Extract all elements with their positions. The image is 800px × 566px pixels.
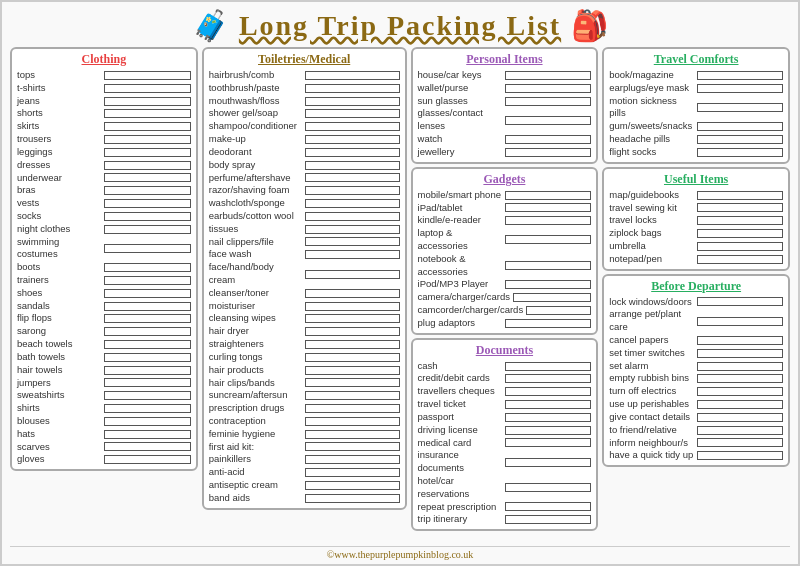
checkbox[interactable] <box>305 250 400 259</box>
checkbox[interactable] <box>104 225 190 234</box>
checkbox[interactable] <box>305 270 400 279</box>
checkbox[interactable] <box>305 161 400 170</box>
checkbox[interactable] <box>697 349 783 358</box>
checkbox[interactable] <box>697 122 783 131</box>
checkbox[interactable] <box>505 261 591 270</box>
checkbox[interactable] <box>305 468 400 477</box>
checkbox[interactable] <box>505 374 591 383</box>
checkbox[interactable] <box>513 293 591 302</box>
checkbox[interactable] <box>697 135 783 144</box>
checkbox[interactable] <box>505 191 591 200</box>
checkbox[interactable] <box>505 483 591 492</box>
checkbox[interactable] <box>697 413 783 422</box>
checkbox[interactable] <box>104 84 190 93</box>
checkbox[interactable] <box>505 71 591 80</box>
checkbox[interactable] <box>305 225 400 234</box>
checkbox[interactable] <box>104 263 190 272</box>
checkbox[interactable] <box>526 306 591 315</box>
checkbox[interactable] <box>697 362 783 371</box>
checkbox[interactable] <box>697 426 783 435</box>
checkbox[interactable] <box>697 229 783 238</box>
checkbox[interactable] <box>104 366 190 375</box>
checkbox[interactable] <box>104 122 190 131</box>
checkbox[interactable] <box>305 173 400 182</box>
checkbox[interactable] <box>305 122 400 131</box>
checkbox[interactable] <box>305 97 400 106</box>
checkbox[interactable] <box>697 438 783 447</box>
checkbox[interactable] <box>104 199 190 208</box>
checkbox[interactable] <box>305 417 400 426</box>
checkbox[interactable] <box>505 319 591 328</box>
checkbox[interactable] <box>697 374 783 383</box>
checkbox[interactable] <box>305 135 400 144</box>
checkbox[interactable] <box>104 71 190 80</box>
checkbox[interactable] <box>305 148 400 157</box>
checkbox[interactable] <box>697 451 783 460</box>
checkbox[interactable] <box>104 391 190 400</box>
checkbox[interactable] <box>305 212 400 221</box>
checkbox[interactable] <box>505 438 591 447</box>
checkbox[interactable] <box>697 203 783 212</box>
checkbox[interactable] <box>305 494 400 503</box>
checkbox[interactable] <box>305 430 400 439</box>
checkbox[interactable] <box>505 426 591 435</box>
checkbox[interactable] <box>305 378 400 387</box>
checkbox[interactable] <box>697 216 783 225</box>
checkbox[interactable] <box>505 413 591 422</box>
checkbox[interactable] <box>104 340 190 349</box>
checkbox[interactable] <box>697 297 783 306</box>
checkbox[interactable] <box>697 191 783 200</box>
checkbox[interactable] <box>104 289 190 298</box>
checkbox[interactable] <box>305 366 400 375</box>
checkbox[interactable] <box>697 71 783 80</box>
checkbox[interactable] <box>505 135 591 144</box>
checkbox[interactable] <box>697 242 783 251</box>
checkbox[interactable] <box>505 502 591 511</box>
checkbox[interactable] <box>305 442 400 451</box>
checkbox[interactable] <box>505 515 591 524</box>
checkbox[interactable] <box>104 302 190 311</box>
checkbox[interactable] <box>697 317 783 326</box>
checkbox[interactable] <box>305 302 400 311</box>
checkbox[interactable] <box>104 212 190 221</box>
checkbox[interactable] <box>104 161 190 170</box>
checkbox[interactable] <box>697 400 783 409</box>
checkbox[interactable] <box>305 353 400 362</box>
checkbox[interactable] <box>104 353 190 362</box>
checkbox[interactable] <box>104 442 190 451</box>
checkbox[interactable] <box>305 237 400 246</box>
checkbox[interactable] <box>505 116 591 125</box>
checkbox[interactable] <box>104 244 190 253</box>
checkbox[interactable] <box>697 84 783 93</box>
checkbox[interactable] <box>305 404 400 413</box>
checkbox[interactable] <box>505 362 591 371</box>
checkbox[interactable] <box>505 387 591 396</box>
checkbox[interactable] <box>104 109 190 118</box>
checkbox[interactable] <box>104 417 190 426</box>
checkbox[interactable] <box>505 97 591 106</box>
checkbox[interactable] <box>305 84 400 93</box>
checkbox[interactable] <box>104 455 190 464</box>
checkbox[interactable] <box>104 148 190 157</box>
checkbox[interactable] <box>104 97 190 106</box>
checkbox[interactable] <box>305 340 400 349</box>
checkbox[interactable] <box>104 173 190 182</box>
checkbox[interactable] <box>305 199 400 208</box>
checkbox[interactable] <box>305 455 400 464</box>
checkbox[interactable] <box>505 84 591 93</box>
checkbox[interactable] <box>305 186 400 195</box>
checkbox[interactable] <box>104 430 190 439</box>
checkbox[interactable] <box>104 276 190 285</box>
checkbox[interactable] <box>104 404 190 413</box>
checkbox[interactable] <box>505 235 591 244</box>
checkbox[interactable] <box>305 327 400 336</box>
checkbox[interactable] <box>104 135 190 144</box>
checkbox[interactable] <box>697 387 783 396</box>
checkbox[interactable] <box>697 255 783 264</box>
checkbox[interactable] <box>305 314 400 323</box>
checkbox[interactable] <box>305 71 400 80</box>
checkbox[interactable] <box>505 458 591 467</box>
checkbox[interactable] <box>305 289 400 298</box>
checkbox[interactable] <box>505 400 591 409</box>
checkbox[interactable] <box>505 216 591 225</box>
